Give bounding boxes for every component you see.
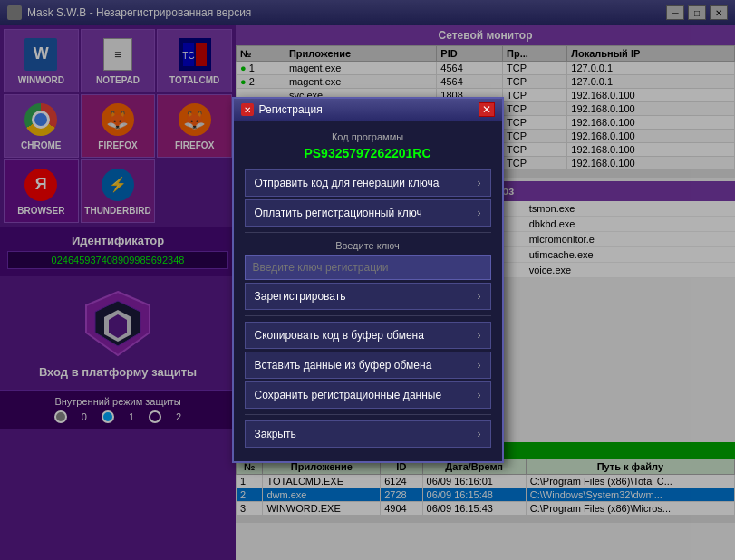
reg-divider2	[245, 315, 491, 316]
registration-overlay: ✕ Регистрация ✕ Код программы PS93257972…	[0, 0, 735, 560]
reg-register-button[interactable]: Зарегистрировать ›	[245, 283, 491, 310]
reg-save-button[interactable]: Сохранить регистрационные данные ›	[245, 381, 491, 409]
reg-pay-button[interactable]: Оплатить регистрационный ключ ›	[245, 199, 491, 227]
reg-copy-button[interactable]: Скопировать код в буфер обмена ›	[245, 322, 491, 349]
reg-title-bar: ✕ Регистрация ✕	[234, 99, 502, 121]
reg-key-label: Введите ключ	[245, 240, 491, 251]
reg-paste-button[interactable]: Вставить данные из буфер обмена ›	[245, 352, 491, 379]
registration-dialog: ✕ Регистрация ✕ Код программы PS93257972…	[232, 97, 504, 463]
reg-send-button[interactable]: Отправить код для генерации ключа ›	[245, 169, 491, 197]
reg-code-value: PS9325797262201RC	[245, 146, 491, 160]
reg-divider1	[245, 232, 491, 233]
reg-title-text: Регистрация	[259, 103, 479, 116]
reg-key-input[interactable]	[245, 255, 491, 280]
reg-close-button[interactable]: ✕	[479, 102, 495, 117]
reg-code-label: Код программы	[245, 131, 491, 142]
reg-divider3	[245, 414, 491, 415]
reg-close-btn[interactable]: Закрыть ›	[245, 420, 491, 448]
reg-body: Код программы PS9325797262201RC Отправит…	[234, 121, 502, 461]
reg-title-icon: ✕	[241, 103, 254, 116]
